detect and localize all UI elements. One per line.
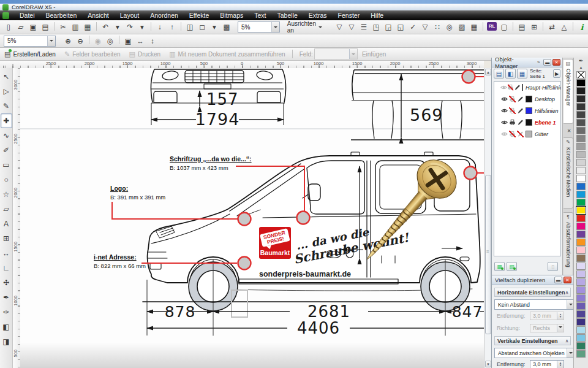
- scrollbar-thumb[interactable]: [485, 175, 491, 334]
- zoom-level-combobox[interactable]: 5%: [238, 21, 280, 33]
- dim-front-overhang[interactable]: 878: [165, 303, 196, 321]
- toolbar-icon[interactable]: ☰: [358, 22, 370, 33]
- color-swatch[interactable]: [576, 207, 586, 214]
- color-swatch[interactable]: [576, 143, 586, 150]
- toolbar-icon[interactable]: ✓: [407, 22, 419, 33]
- toolbar-icon[interactable]: ▦: [81, 22, 94, 33]
- color-swatch[interactable]: [576, 223, 586, 230]
- print-merge-print-button[interactable]: ▤ Drucken: [125, 48, 165, 60]
- layer-color-swatch[interactable]: [526, 131, 532, 137]
- color-swatch[interactable]: [576, 286, 586, 294]
- dim-front-height[interactable]: 157: [206, 90, 239, 109]
- layer-name[interactable]: Haupt-Hilfslinien: [526, 85, 561, 91]
- layer-color-swatch[interactable]: [526, 96, 532, 102]
- docker-title-bar[interactable]: Objekt-Manager » ▬ ✕: [492, 58, 562, 67]
- printer-icon[interactable]: [507, 83, 514, 91]
- toolbar-icon[interactable]: ↓: [154, 22, 166, 33]
- spinner-icon[interactable]: ▲▼: [557, 312, 564, 320]
- toolbar-icon[interactable]: ▯: [2, 22, 15, 33]
- toolbar-icon[interactable]: ▽: [333, 22, 345, 33]
- toolbar-icon[interactable]: ↷: [124, 22, 136, 33]
- layer-row[interactable]: Haupt-Hilfslinien: [494, 82, 560, 93]
- color-swatch[interactable]: [576, 247, 586, 254]
- trash-icon[interactable]: ▯: [548, 262, 558, 271]
- tool-button[interactable]: ✐: [1, 143, 12, 158]
- pencil-icon[interactable]: [516, 95, 524, 103]
- insert-button[interactable]: Einfügen: [358, 48, 390, 60]
- toolbar-icon[interactable]: ◎: [443, 22, 456, 33]
- color-swatch[interactable]: [576, 175, 586, 182]
- color-swatch[interactable]: [576, 87, 586, 94]
- zoom-toolbar-icon[interactable]: ⊖: [74, 36, 86, 46]
- scroll-down-icon[interactable]: ▼: [485, 361, 491, 367]
- toolbar-icon[interactable]: ✂: [57, 22, 69, 33]
- color-swatch[interactable]: [576, 159, 586, 166]
- color-swatch[interactable]: [576, 263, 586, 270]
- toolbar-icon[interactable]: [483, 22, 483, 31]
- color-swatch[interactable]: [576, 270, 586, 278]
- tool-button[interactable]: ✑: [1, 305, 12, 320]
- h-direction-combobox[interactable]: Rechts: [530, 324, 564, 332]
- layer-color-swatch[interactable]: [526, 107, 532, 114]
- spinner-icon[interactable]: ▲▼: [557, 361, 564, 368]
- docker-title-bar[interactable]: Vielfach duplizieren ▬ ✕: [492, 275, 573, 285]
- menu-item[interactable]: Fenster: [333, 12, 366, 19]
- color-swatch[interactable]: [576, 135, 586, 142]
- toolbar-icon[interactable]: [573, 22, 573, 31]
- color-swatch[interactable]: [576, 199, 586, 206]
- toolbar-icon[interactable]: ▾: [208, 22, 221, 33]
- toolbar-icon[interactable]: ◲: [382, 22, 394, 33]
- callout-marker[interactable]: [462, 71, 475, 83]
- menu-item[interactable]: Effekte: [184, 12, 215, 19]
- toolbar-icon[interactable]: ▤: [516, 22, 528, 33]
- vertical-mode-combobox[interactable]: Abstand zwischen Objekten: [494, 348, 575, 358]
- toolbar-icon[interactable]: [96, 22, 97, 31]
- tool-button[interactable]: ✎: [1, 99, 12, 113]
- eye-icon[interactable]: [500, 107, 508, 115]
- toolbar-icon[interactable]: ▣: [27, 22, 39, 33]
- tool-button[interactable]: ✒: [1, 290, 12, 305]
- toolbar-icon[interactable]: ∷: [431, 22, 443, 33]
- toolbar-icon[interactable]: ↶: [99, 22, 111, 33]
- toolbar-icon[interactable]: ⇄: [546, 22, 558, 33]
- scroll-up-icon[interactable]: ▲: [485, 69, 491, 75]
- tool-button[interactable]: ⊞: [1, 231, 12, 246]
- layer-name[interactable]: Desktop: [535, 96, 555, 102]
- edit-across-layers-icon[interactable]: ◧: [505, 69, 516, 79]
- toolbar-icon[interactable]: [54, 22, 55, 31]
- color-swatch[interactable]: [576, 119, 586, 126]
- dim-rear-overhang[interactable]: 847: [452, 303, 483, 321]
- color-swatch[interactable]: [576, 302, 586, 310]
- menu-item[interactable]: Text: [249, 12, 271, 19]
- color-swatch[interactable]: [576, 151, 586, 158]
- layer-color-swatch[interactable]: [526, 119, 532, 126]
- color-swatch[interactable]: [576, 191, 586, 198]
- docker-chevron-icon[interactable]: »: [537, 59, 540, 65]
- layer-manager-view-icon[interactable]: ▦: [517, 69, 527, 79]
- color-swatch[interactable]: [576, 318, 586, 326]
- layer-name[interactable]: Gitter: [535, 131, 548, 137]
- pencil-icon[interactable]: [516, 130, 524, 138]
- merge-new-document-button[interactable]: ▥ Mit neuem Dokument zusammenführen: [165, 48, 289, 60]
- printer-icon[interactable]: [508, 95, 516, 103]
- create-load-button[interactable]: ▤ Erstellen/Laden: [0, 48, 60, 60]
- tool-button[interactable]: ✚: [1, 113, 12, 128]
- color-swatch[interactable]: [576, 167, 586, 174]
- menu-item[interactable]: Layout: [115, 12, 145, 19]
- toolbar-icon[interactable]: ◱: [394, 22, 407, 33]
- show-properties-icon[interactable]: ▤: [494, 69, 504, 79]
- coreldraw-menu-icon[interactable]: [2, 12, 9, 19]
- drawing-canvas[interactable]: 157 1794 569: [20, 68, 484, 368]
- toolbar-icon[interactable]: ▤: [39, 22, 51, 33]
- zoom-toolbar-icon[interactable]: ↕: [146, 36, 159, 46]
- new-layer-icon[interactable]: ▦: [494, 262, 505, 271]
- color-swatch[interactable]: [576, 255, 586, 262]
- menu-item[interactable]: Anordnen: [145, 12, 184, 19]
- color-swatch[interactable]: [576, 215, 586, 222]
- zoom-toolbar-icon[interactable]: ▣: [122, 36, 134, 46]
- toolbar-icon[interactable]: i: [576, 22, 588, 33]
- color-swatch[interactable]: [576, 111, 586, 118]
- v-distance-field[interactable]: 3,0 mm ▲▼: [530, 360, 564, 368]
- toolbar-icon[interactable]: ⊞: [528, 22, 540, 33]
- color-swatch[interactable]: [576, 79, 586, 86]
